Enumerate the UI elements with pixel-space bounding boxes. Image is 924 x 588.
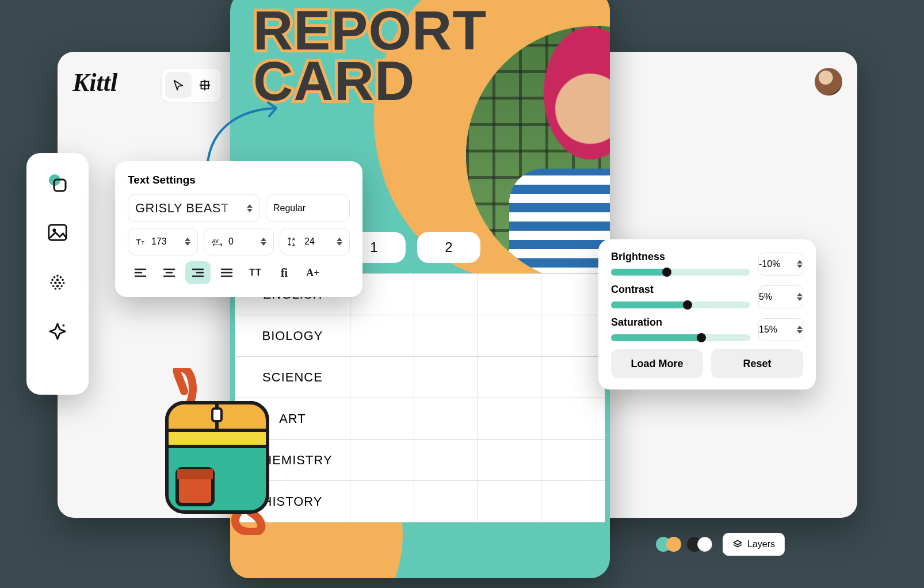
svg-point-9 — [62, 279, 64, 281]
image-tool[interactable] — [41, 216, 74, 249]
grade-cell[interactable] — [414, 315, 478, 357]
svg-point-13 — [63, 282, 65, 284]
grade-cell[interactable] — [350, 357, 414, 398]
saturation-value-box[interactable]: 15% — [758, 318, 803, 341]
saturation-slider[interactable] — [611, 334, 750, 341]
grade-cell[interactable] — [414, 481, 478, 522]
brightness-value: -10% — [759, 259, 780, 269]
svg-text:AV: AV — [212, 238, 219, 244]
grade-cell[interactable] — [478, 398, 541, 440]
grade-cell[interactable] — [478, 274, 541, 315]
grade-cell[interactable] — [478, 440, 541, 481]
table-row[interactable]: BIOLOGY — [235, 315, 605, 357]
header-pill-2[interactable]: 2 — [417, 232, 480, 263]
font-weight-select[interactable]: Regular — [266, 194, 350, 222]
contrast-slider[interactable] — [611, 301, 750, 308]
align-justify-button[interactable] — [214, 261, 239, 284]
layers-button[interactable]: Layers — [723, 533, 785, 556]
uppercase-button[interactable]: TT — [243, 261, 268, 284]
tracking-input[interactable]: AV 0 — [204, 228, 274, 255]
grade-cell[interactable] — [350, 398, 414, 440]
user-avatar[interactable] — [815, 68, 842, 96]
swatch-light[interactable] — [697, 537, 712, 552]
font-weight-value: Regular — [273, 203, 306, 213]
svg-text:T: T — [142, 240, 144, 246]
svg-point-17 — [55, 288, 57, 290]
swatch-orange[interactable] — [666, 537, 681, 552]
grade-cell[interactable] — [350, 481, 414, 522]
tracking-icon: AV — [211, 236, 224, 247]
color-swatches[interactable] — [660, 537, 681, 552]
select-tool[interactable] — [165, 72, 192, 98]
grade-cell[interactable] — [541, 274, 605, 315]
grade-cell[interactable] — [350, 440, 414, 481]
svg-rect-2 — [49, 225, 66, 240]
font-size-input[interactable]: TT 173 — [128, 228, 198, 255]
grade-cell[interactable] — [414, 357, 478, 398]
font-family-stepper-icon — [247, 204, 253, 212]
svg-point-10 — [50, 282, 52, 284]
svg-rect-29 — [177, 469, 213, 479]
svg-rect-31 — [212, 408, 222, 421]
stepper-icon[interactable] — [261, 238, 266, 246]
mode-swatches[interactable] — [692, 537, 712, 552]
align-left-button[interactable] — [128, 261, 153, 284]
font-family-select[interactable]: GRISLY BEAST — [128, 194, 260, 222]
align-center-button[interactable] — [156, 261, 182, 284]
grade-cell[interactable] — [541, 357, 605, 398]
layers-icon — [732, 539, 743, 549]
canvas-title[interactable]: REPORT CARD — [253, 5, 487, 107]
leading-input[interactable]: AA 24 — [280, 228, 350, 255]
svg-point-5 — [54, 276, 56, 278]
title-line-2: CARD — [253, 56, 487, 106]
grade-cell[interactable] — [478, 357, 541, 398]
top-toolbar — [161, 68, 222, 102]
bottom-controls: Layers — [660, 533, 785, 556]
header-pills: 1 2 — [342, 232, 480, 263]
grade-cell[interactable] — [478, 481, 541, 522]
saturation-label: Saturation — [611, 316, 750, 329]
layers-label: Layers — [747, 539, 775, 549]
grade-cell[interactable] — [541, 315, 605, 357]
app-logo: Kittl — [72, 68, 117, 97]
stepper-icon[interactable] — [185, 238, 190, 246]
title-line-1: REPORT — [253, 5, 487, 56]
svg-point-4 — [56, 274, 59, 277]
svg-text:A: A — [292, 242, 295, 247]
load-more-button[interactable]: Load More — [611, 349, 703, 378]
adjustments-panel: Brightness -10% Contrast 5% — [598, 239, 816, 390]
grade-cell[interactable] — [541, 481, 605, 522]
svg-point-16 — [60, 285, 63, 287]
svg-point-19 — [63, 324, 65, 327]
grade-cell[interactable] — [414, 440, 478, 481]
ligature-button[interactable]: fi — [272, 261, 297, 284]
saturation-value: 15% — [759, 324, 777, 335]
align-right-button[interactable] — [185, 261, 211, 284]
svg-point-6 — [60, 276, 62, 278]
stepper-icon[interactable] — [337, 238, 342, 246]
contrast-value-box[interactable]: 5% — [758, 285, 803, 308]
svg-text:A: A — [292, 236, 295, 242]
tracking-value: 0 — [228, 236, 234, 247]
reset-button[interactable]: Reset — [711, 349, 803, 378]
svg-point-14 — [52, 285, 55, 287]
svg-point-18 — [59, 288, 61, 290]
font-size-icon: TT — [135, 236, 147, 247]
grade-cell[interactable] — [541, 398, 605, 440]
subject-cell[interactable]: BIOLOGY — [235, 315, 350, 357]
grade-cell[interactable] — [414, 398, 478, 440]
contrast-label: Contrast — [611, 284, 750, 296]
text-effects-button[interactable]: A+ — [300, 261, 326, 284]
shapes-tool[interactable] — [41, 167, 74, 199]
ai-tool[interactable] — [41, 315, 74, 348]
grade-cell[interactable] — [541, 440, 605, 481]
backpack-illustration — [150, 368, 293, 535]
grade-cell[interactable] — [414, 274, 478, 315]
brightness-value-box[interactable]: -10% — [758, 253, 803, 276]
texture-tool[interactable] — [41, 266, 74, 298]
svg-rect-27 — [167, 430, 268, 446]
grade-cell[interactable] — [478, 315, 541, 357]
grade-cell[interactable] — [350, 315, 414, 357]
crop-tool[interactable] — [192, 72, 218, 98]
brightness-slider[interactable] — [611, 269, 750, 276]
